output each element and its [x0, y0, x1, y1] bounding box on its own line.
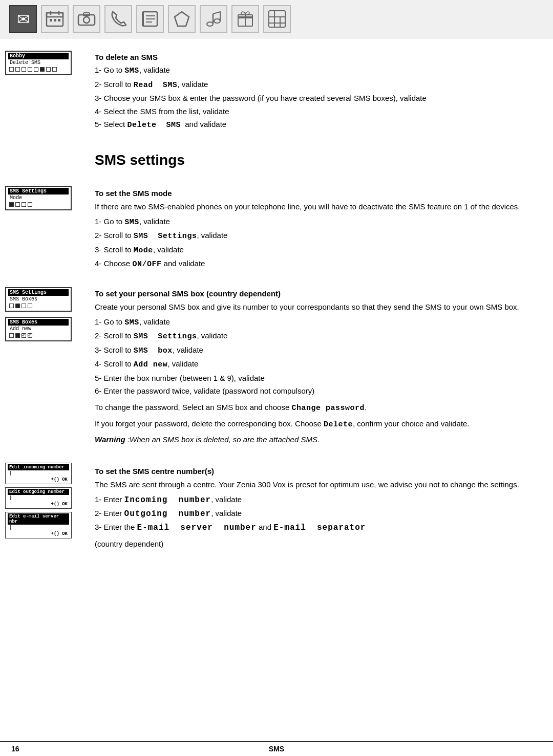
right-personal-panel: To set your personal SMS box (country de…	[90, 275, 553, 450]
sms-bold-pb1: SMS	[124, 318, 139, 327]
edit-email-ok: +() OK	[8, 531, 69, 537]
change-password-bold: Change password	[291, 404, 365, 413]
delete-step-1: 1- Go to SMS, validate	[95, 64, 539, 77]
dot-7	[46, 67, 51, 72]
incoming-number-bold: Incoming number	[124, 495, 211, 505]
sms-bold-1: SMS	[124, 67, 139, 75]
dot-5	[34, 67, 38, 72]
edit-incoming-header: Edit incoming number	[8, 464, 69, 470]
centre-step-2: 2- Enter Outgoing number, validate	[95, 508, 539, 520]
centre-section: Edit incoming number | +() OK Edit outgo…	[0, 455, 553, 553]
read-sms-bold: Read SMS	[134, 81, 178, 90]
right-delete-panel: To delete an SMS 1- Go to SMS, validate …	[90, 38, 553, 143]
personal-box-steps: 1- Go to SMS, validate 2- Scroll to SMS …	[95, 316, 539, 397]
delete-step-3: 3- Choose your SMS box & enter the passw…	[95, 93, 539, 104]
mode-body: If there are two SMS-enabled phones on y…	[95, 201, 539, 213]
warning-text: Warning :When an SMS box is deleted, so …	[95, 434, 539, 446]
sms-boxes-dots-2: ✓ ✓	[8, 332, 69, 339]
dot-1	[9, 67, 14, 72]
edit-incoming-input: |	[8, 470, 69, 477]
mode-step-3: 3- Scroll to Mode, validate	[95, 244, 539, 257]
sms-boxes-item-2: Add new	[8, 326, 69, 332]
delete-step-2: 2- Scroll to Read SMS, validate	[95, 79, 539, 92]
delete-section: Bobby Delete SMS To delete an SMS 1- Go …	[0, 38, 553, 143]
screen-header-bobby: Bobby	[8, 53, 69, 59]
sms-settings-heading-row: SMS settings	[0, 143, 553, 177]
sms-settings-bold: SMS Settings	[134, 232, 197, 241]
email-server-bold: E-mail server number	[137, 523, 257, 532]
mail-icon[interactable]: ✉	[9, 5, 37, 33]
book-icon[interactable]	[136, 5, 164, 33]
b1-dot4	[28, 304, 32, 308]
footer-page-number: 16	[11, 745, 19, 753]
left-delete-panel: Bobby Delete SMS	[0, 38, 90, 143]
dot-6	[40, 67, 45, 72]
pb-step-2: 2- Scroll to SMS Settings, validate	[95, 330, 539, 343]
mode-screen-header: SMS Settings	[8, 188, 69, 195]
country-note: (country dependent)	[95, 538, 539, 550]
mode-dot-2	[15, 202, 20, 207]
mode-steps: 1- Go to SMS, validate 2- Scroll to SMS …	[95, 216, 539, 271]
outgoing-number-bold: Outgoing number	[124, 509, 211, 519]
centre-step-3: 3- Enter the E-mail server number and E-…	[95, 522, 539, 534]
sms-settings-title: SMS settings	[95, 152, 185, 168]
svg-rect-23	[269, 11, 285, 27]
left-personal-panel: SMS Settings SMS Boxes SMS Boxes Add new…	[0, 275, 90, 450]
sms-boxes-header-2: SMS Boxes	[8, 319, 69, 326]
pb-step-1: 1- Go to SMS, validate	[95, 316, 539, 329]
delete-sms-bold: Delete SMS	[127, 121, 181, 129]
add-new-bold: Add new	[134, 360, 168, 369]
pb-step-3: 3- Scroll to SMS box, validate	[95, 344, 539, 357]
edit-email-header: Edit e-mail server nbr	[8, 513, 69, 525]
bobby-screen: Bobby Delete SMS	[5, 51, 72, 75]
svg-point-18	[214, 19, 220, 23]
footer-section-label: SMS	[269, 745, 284, 753]
right-mode-panel: To set the SMS mode If there are two SMS…	[90, 177, 553, 275]
delete-heading: To delete an SMS	[95, 53, 539, 61]
dot-4	[28, 67, 32, 72]
diamond-icon[interactable]	[168, 5, 196, 33]
right-centre-panel: To set the SMS centre number(s) The SMS …	[90, 455, 553, 553]
pb-step-4: 4- Scroll to Add new, validate	[95, 358, 539, 371]
edit-incoming-ok: +() OK	[8, 477, 69, 483]
edit-outgoing-header: Edit outgoing number	[8, 489, 69, 495]
personal-box-body: Create your personal SMS box and give it…	[95, 301, 539, 313]
delete-warning-text: If you forget your password, delete the …	[95, 418, 539, 431]
delete-step-5: 5- Select Delete SMS and validate	[95, 119, 539, 132]
calendar-icon[interactable]	[41, 5, 69, 33]
music-icon[interactable]	[200, 5, 227, 33]
centre-body: The SMS are sent through a centre. Your …	[95, 479, 539, 491]
b2-dot3: ✓	[22, 333, 26, 338]
b1-dot2	[15, 304, 20, 308]
delete-steps: 1- Go to SMS, validate 2- Scroll to Read…	[95, 64, 539, 132]
centre-steps: 1- Enter Incoming number, validate 2- En…	[95, 494, 539, 534]
edit-email-screen: Edit e-mail server nbr | +() OK	[5, 512, 72, 538]
mode-dot-1	[9, 202, 14, 207]
warning-label: Warning	[95, 435, 125, 444]
sms-boxes-screen-1: SMS Settings SMS Boxes	[5, 287, 72, 312]
mode-step-1: 1- Go to SMS, validate	[95, 216, 539, 229]
phone-icon[interactable]	[104, 5, 132, 33]
email-separator-bold: E-mail separator	[273, 523, 366, 532]
mode-heading: To set the SMS mode	[95, 189, 539, 198]
screen-dots-delete	[8, 66, 69, 73]
grid-icon[interactable]	[263, 5, 291, 33]
left-heading-spacer	[5, 148, 95, 177]
left-mode-panel: SMS Settings Mode	[0, 177, 90, 275]
edit-outgoing-input: |	[8, 495, 69, 501]
sms-box-bold: SMS box	[134, 347, 173, 355]
camera-icon[interactable]	[73, 5, 100, 33]
svg-rect-4	[50, 19, 52, 21]
pb-step-6: 6- Enter the password twice, validate (p…	[95, 385, 539, 397]
gift-icon[interactable]	[231, 5, 259, 33]
top-icon-bar: ✉	[0, 0, 553, 38]
sms-settings-bold-pb: SMS Settings	[134, 332, 197, 341]
pb-step-5: 5- Enter the box number (between 1 & 9),…	[95, 373, 539, 384]
delete-bold-pw: Delete	[324, 420, 353, 429]
b2-dot1	[9, 333, 14, 338]
mode-bold: Mode	[134, 246, 153, 255]
sms-mode-section: SMS Settings Mode To set the SMS mode If…	[0, 177, 553, 275]
mode-step-4: 4- Choose ON/OFF and validate	[95, 258, 539, 271]
edit-incoming-screen: Edit incoming number | +() OK	[5, 463, 72, 484]
svg-point-16	[207, 22, 213, 26]
